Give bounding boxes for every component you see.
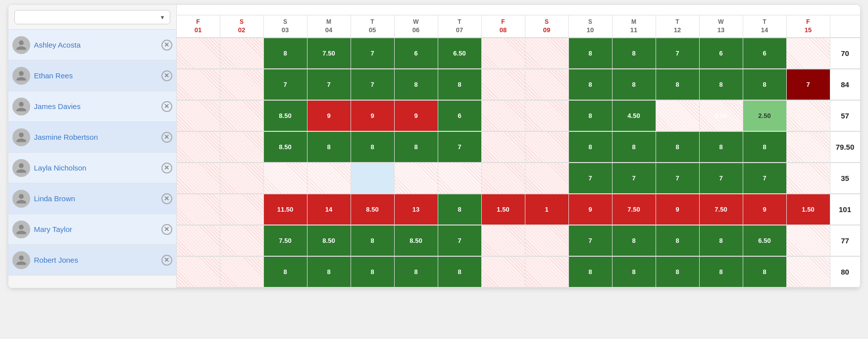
calendar-cell[interactable] (482, 132, 525, 163)
calendar-cell[interactable] (787, 257, 830, 287)
calendar-cell[interactable]: 6.50 (438, 38, 482, 69)
calendar-cell[interactable]: 7 (351, 38, 395, 69)
calendar-cell[interactable]: 8 (438, 257, 482, 287)
calendar-cell[interactable]: 8 (569, 38, 613, 69)
calendar-cell[interactable]: 8 (700, 257, 743, 287)
calendar-cell[interactable] (220, 257, 264, 287)
calendar-cell[interactable] (220, 132, 264, 163)
calendar-cell[interactable] (220, 69, 264, 100)
calendar-cell[interactable] (482, 226, 525, 256)
filter-dropdown[interactable] (14, 10, 170, 24)
remove-person-button[interactable]: ✕ (161, 101, 172, 112)
calendar-cell[interactable] (177, 38, 220, 69)
calendar-cell[interactable]: 8.50 (351, 194, 395, 225)
calendar-cell[interactable]: 8 (569, 101, 613, 131)
calendar-cell[interactable] (656, 101, 700, 131)
calendar-cell[interactable]: 8 (438, 194, 482, 225)
calendar-cell[interactable]: 8.50 (264, 132, 307, 163)
calendar-cell[interactable] (482, 69, 525, 100)
calendar-cell[interactable] (525, 101, 569, 131)
calendar-cell[interactable]: 2.50 (743, 101, 787, 131)
calendar-cell[interactable]: 8 (438, 69, 482, 100)
calendar-cell[interactable]: 8 (743, 132, 787, 163)
calendar-cell[interactable]: 7.50 (264, 226, 307, 256)
calendar-cell[interactable]: 7 (613, 163, 656, 194)
calendar-cell[interactable]: 9 (656, 194, 700, 225)
calendar-cell[interactable]: 8 (656, 226, 700, 256)
calendar-cell[interactable]: 8.50 (264, 101, 307, 131)
calendar-cell[interactable] (220, 101, 264, 131)
calendar-cell[interactable]: 8 (569, 132, 613, 163)
calendar-cell[interactable]: 7 (656, 38, 700, 69)
calendar-cell[interactable]: 8 (700, 69, 743, 100)
calendar-cell[interactable] (525, 132, 569, 163)
calendar-cell[interactable]: 6 (743, 38, 787, 69)
dropdown-wrapper[interactable]: ▼ (14, 10, 170, 24)
calendar-cell[interactable]: 6.50 (743, 226, 787, 256)
remove-person-button[interactable]: ✕ (161, 255, 172, 266)
calendar-cell[interactable]: 7 (438, 226, 482, 256)
calendar-cell[interactable]: 6 (700, 38, 743, 69)
calendar-cell[interactable] (525, 38, 569, 69)
calendar-cell[interactable] (307, 163, 351, 194)
calendar-cell[interactable]: 8 (700, 132, 743, 163)
calendar-cell[interactable]: 7 (569, 163, 613, 194)
calendar-cell[interactable] (438, 163, 482, 194)
calendar-cell[interactable]: 8 (307, 257, 351, 287)
calendar-cell[interactable]: 8 (351, 226, 395, 256)
calendar-cell[interactable] (787, 226, 830, 256)
calendar-cell[interactable]: 8 (569, 69, 613, 100)
calendar-cell[interactable]: 8 (656, 69, 700, 100)
calendar-cell[interactable] (525, 163, 569, 194)
calendar-cell[interactable]: 9 (395, 101, 438, 131)
calendar-cell[interactable] (264, 163, 307, 194)
calendar-cell[interactable]: 8 (395, 257, 438, 287)
calendar-cell[interactable]: 8 (743, 69, 787, 100)
calendar-cell[interactable]: 8 (351, 257, 395, 287)
calendar-cell[interactable] (177, 226, 220, 256)
calendar-cell[interactable]: 8 (264, 257, 307, 287)
calendar-cell[interactable]: 8 (351, 132, 395, 163)
calendar-cell[interactable]: 7 (787, 69, 830, 100)
calendar-cell[interactable] (395, 163, 438, 194)
calendar-cell[interactable] (220, 194, 264, 225)
calendar-cell[interactable]: 7.50 (613, 194, 656, 225)
calendar-cell[interactable] (525, 69, 569, 100)
calendar-cell[interactable]: 1.50 (482, 194, 525, 225)
calendar-cell[interactable]: 7 (656, 163, 700, 194)
calendar-cell[interactable] (220, 163, 264, 194)
calendar-cell[interactable] (177, 69, 220, 100)
calendar-cell[interactable]: 11.50 (264, 194, 307, 225)
calendar-cell[interactable]: 8 (700, 226, 743, 256)
calendar-cell[interactable]: 7 (700, 163, 743, 194)
calendar-cell[interactable] (787, 132, 830, 163)
remove-person-button[interactable]: ✕ (161, 224, 172, 235)
remove-person-button[interactable]: ✕ (161, 163, 172, 173)
calendar-cell[interactable]: 7 (264, 69, 307, 100)
calendar-cell[interactable]: 8 (613, 132, 656, 163)
calendar-cell[interactable] (482, 101, 525, 131)
calendar-cell[interactable]: 8.50 (395, 226, 438, 256)
calendar-cell[interactable] (220, 38, 264, 69)
calendar-cell[interactable]: 9 (569, 194, 613, 225)
calendar-cell[interactable]: 7 (569, 226, 613, 256)
calendar-cell[interactable]: 7 (351, 69, 395, 100)
calendar-cell[interactable] (525, 226, 569, 256)
calendar-cell[interactable]: 8 (613, 257, 656, 287)
remove-person-button[interactable]: ✕ (161, 193, 172, 204)
calendar-cell[interactable] (177, 101, 220, 131)
calendar-cell[interactable]: 4.50 (613, 101, 656, 131)
calendar-cell[interactable] (177, 163, 220, 194)
calendar-cell[interactable]: 8 (307, 132, 351, 163)
calendar-cell[interactable]: 7 (438, 132, 482, 163)
calendar-cell[interactable] (177, 132, 220, 163)
remove-person-button[interactable]: ✕ (161, 132, 172, 143)
calendar-cell[interactable] (482, 257, 525, 287)
calendar-cell[interactable]: 6 (395, 38, 438, 69)
calendar-cell[interactable]: 8 (395, 69, 438, 100)
calendar-cell[interactable]: 8 (656, 257, 700, 287)
calendar-cell[interactable]: 0.50 (700, 101, 743, 131)
calendar-cell[interactable] (482, 163, 525, 194)
calendar-cell[interactable] (787, 38, 830, 69)
calendar-cell[interactable] (787, 163, 830, 194)
